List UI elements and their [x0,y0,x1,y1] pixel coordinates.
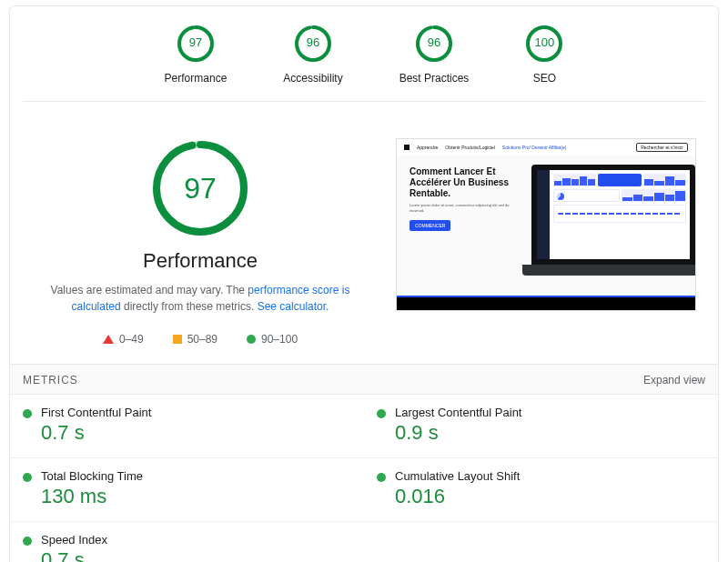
gauge-ring-icon: 100 [525,25,563,63]
hero-headline: Comment Lancer Et Accélérer Un Business … [410,166,519,199]
gauge-score: 96 [415,35,453,49]
hero-button: COMMENCER [410,220,450,231]
gauge-score: 96 [294,35,332,49]
nav-link: Solutions Pro/ Devenir Affiliat(e) [502,145,567,150]
legend-range: 50–89 [187,333,217,346]
page-screenshot-preview: Apprendre Obtenir Produits/Logiciel Solu… [396,138,696,311]
metric-label: Largest Contentful Paint [395,406,705,419]
gauge-label: Accessibility [283,72,342,85]
category-gauges-row: 97 Performance 96 Accessibility 96 [23,25,705,102]
metric-cls[interactable]: Cumulative Layout Shift 0.016 [364,458,718,522]
nav-cta: Rechercher et s'inscr [636,143,688,152]
metric-value: 0.7 s [41,548,351,562]
expand-view-link[interactable]: Expand view [643,374,705,386]
legend-mid: 50–89 [173,333,217,346]
see-calculator-link[interactable]: See calculator. [258,300,329,313]
performance-summary: 97 Performance Values are estimated and … [32,138,369,346]
metric-fcp[interactable]: First Contentful Paint 0.7 s [10,395,364,458]
status-dot-icon [377,409,386,418]
metric-speed-index[interactable]: Speed Index 0.7 s [10,522,364,562]
legend-good: 90–100 [247,333,298,346]
category-title: Performance [32,249,369,273]
legend-range: 0–49 [119,333,144,346]
gauge-accessibility[interactable]: 96 Accessibility [283,25,342,85]
metrics-title: METRICS [23,374,78,386]
logo-icon [404,145,410,150]
status-dot-icon [23,409,32,418]
gauge-ring-icon: 97 [177,25,215,63]
gauge-label: Performance [165,72,228,85]
gauge-label: Best Practices [399,72,470,85]
laptop-illustration-icon [522,165,696,283]
circle-green-icon [247,335,256,344]
metric-tbt[interactable]: Total Blocking Time 130 ms [10,458,364,522]
desc-text: Values are estimated and may vary. The [51,284,248,296]
score-legend: 0–49 50–89 90–100 [32,333,369,346]
metrics-grid: First Contentful Paint 0.7 s Largest Con… [10,395,718,562]
metric-value: 130 ms [41,485,351,508]
status-dot-icon [377,473,386,482]
triangle-red-icon [103,335,114,344]
lighthouse-report-card: 97 Performance 96 Accessibility 96 [9,5,719,562]
metric-value: 0.9 s [395,421,705,445]
hero-subtext: Lorem ipsum dolor sit amet, consectetur … [410,203,519,213]
square-orange-icon [173,335,182,344]
big-gauge-ring-icon: 97 [150,138,250,238]
metric-label: First Contentful Paint [41,406,351,419]
metric-label: Cumulative Layout Shift [395,469,705,483]
gauge-score: 97 [177,35,215,49]
status-dot-icon [23,473,32,482]
metric-value: 0.016 [395,485,705,508]
metric-label: Total Blocking Time [41,469,351,483]
gauge-ring-icon: 96 [294,25,332,63]
gauge-label: SEO [525,72,563,85]
gauge-seo[interactable]: 100 SEO [525,25,563,85]
legend-bad: 0–49 [103,333,144,346]
performance-summary-row: 97 Performance Values are estimated and … [10,102,718,364]
gauge-score: 100 [525,35,563,49]
metric-value: 0.7 s [41,421,351,445]
desc-text: directly from these metrics. [121,300,258,313]
status-dot-icon [23,537,32,546]
gauge-ring-icon: 96 [415,25,453,63]
preview-footer-strip [397,296,695,310]
metric-label: Speed Index [41,533,351,547]
score-description: Values are estimated and may vary. The p… [36,282,364,315]
gauge-performance[interactable]: 97 Performance [165,25,228,85]
metric-lcp[interactable]: Largest Contentful Paint 0.9 s [364,395,718,458]
big-gauge-score: 97 [150,138,250,238]
nav-link: Apprendre [417,145,438,150]
gauge-best-practices[interactable]: 96 Best Practices [399,25,470,85]
preview-navbar: Apprendre Obtenir Produits/Logiciel Solu… [397,139,695,156]
metrics-header: METRICS Expand view [10,364,718,395]
nav-link: Obtenir Produits/Logiciel [445,145,494,150]
legend-range: 90–100 [261,333,298,346]
